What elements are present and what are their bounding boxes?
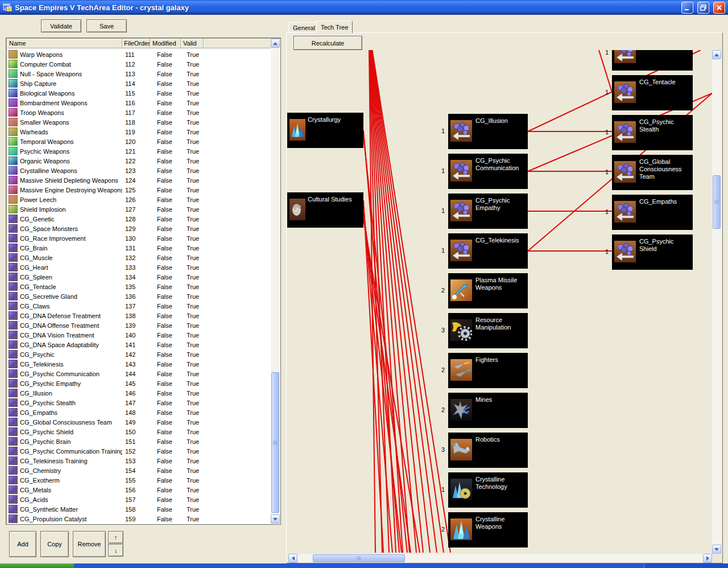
list-vscrollbar[interactable] [271,39,280,524]
tree-canvas[interactable]: CrystallurgyCultural StudiesCG_Illusion1… [287,50,712,553]
tech-node[interactable]: Plasma Missile Weapons [448,273,528,308]
move-down-button[interactable]: ↓ [108,544,123,557]
table-row[interactable]: CG_Psychic Communication Training152Fals… [7,446,271,456]
table-row[interactable]: CG_Exotherm155FalseTrue [7,475,271,485]
table-row[interactable]: Power Leech126FalseTrue [7,195,271,204]
table-row[interactable]: CG_Propulsion Catalyst159FalseTrue [7,514,271,524]
tech-node[interactable]: Crystalline Weapons [448,512,528,548]
table-row[interactable]: CG_Tentacle135FalseTrue [7,282,271,291]
table-row[interactable]: Troop Weapons117FalseTrue [7,108,271,117]
table-row[interactable]: CG_Telekinesis Training153FalseTrue [7,456,271,466]
table-row[interactable]: Computer Combat112FalseTrue [7,59,271,69]
remove-button[interactable]: Remove [73,531,106,557]
table-row[interactable]: CG_DNA Space Adaptability141FalseTrue [7,340,271,349]
table-row[interactable]: CG_Psychic Stealth147FalseTrue [7,398,271,408]
tech-node[interactable]: Crystallurgy [287,113,363,148]
table-row[interactable]: Massive Engine Destroying Weapons125Fals… [7,185,271,195]
tech-node[interactable]: CG_Psychic Empathy [448,194,528,229]
table-row[interactable]: CG_DNA Vision Treatment140FalseTrue [7,330,271,340]
table-row[interactable]: CG_DNA Defense Treatment138FalseTrue [7,311,271,320]
table-row[interactable]: Organic Weapons122FalseTrue [7,156,271,166]
table-row[interactable]: CG_DNA Offense Treatment139FalseTrue [7,320,271,330]
table-row[interactable]: CG_Spleen134FalseTrue [7,272,271,282]
table-row[interactable]: CG_Illusion146FalseTrue [7,388,271,398]
table-row[interactable]: CG_Chemistry154FalseTrue [7,466,271,475]
save-button[interactable]: Save [86,19,127,32]
table-row[interactable]: CG_Empaths148FalseTrue [7,408,271,417]
table-row[interactable]: CG_Psychic Brain151FalseTrue [7,437,271,446]
table-row[interactable]: CG_Psychic Shield150FalseTrue [7,427,271,437]
scroll-down-icon[interactable] [712,545,721,554]
table-row[interactable]: Warp Weapons111FalseTrue [7,50,271,59]
add-button[interactable]: Add [9,531,36,557]
tech-node[interactable]: Cultural Studies [287,192,363,228]
scroll-left-icon[interactable] [288,554,297,563]
table-row[interactable]: CG_Metals156FalseTrue [7,485,271,495]
scroll-down-icon[interactable] [271,515,280,524]
close-button[interactable] [713,2,725,14]
tech-node[interactable]: CG_Global Consciousness Team [612,155,693,190]
table-row[interactable]: CG_Psychic142FalseTrue [7,349,271,359]
tech-node[interactable]: CG_Illusion [448,114,528,149]
table-row[interactable]: Psychic Weapons121FalseTrue [7,146,271,156]
scroll-right-icon[interactable] [703,554,712,563]
table-row[interactable]: CG_Psychic Communication144FalseTrue [7,369,271,378]
restore-button[interactable] [697,2,709,14]
tech-node[interactable]: Resource Manipulation [448,313,528,348]
table-row[interactable]: CG_Heart133FalseTrue [7,262,271,272]
scroll-up-icon[interactable] [712,50,721,59]
table-row[interactable]: CG_Secretive Gland136FalseTrue [7,291,271,301]
tab-tech-tree[interactable]: Tech Tree [316,20,353,33]
table-row[interactable]: Bombardment Weapons116FalseTrue [7,98,271,108]
table-row[interactable]: CG_Global Consciousness Team149FalseTrue [7,417,271,427]
table-row[interactable]: CG_Psychic Empathy145FalseTrue [7,378,271,388]
tree-hscroll-thumb[interactable] [313,554,405,562]
move-up-button[interactable]: ↑ [108,531,123,544]
table-row[interactable]: CG_Muscle132FalseTrue [7,253,271,262]
recalculate-button[interactable]: Recalculate [293,36,362,50]
table-row[interactable]: CG_Space Monsters129FalseTrue [7,224,271,233]
table-row[interactable]: CG_Brain131FalseTrue [7,243,271,253]
start-button[interactable] [0,563,74,568]
tech-node[interactable]: CG_Psychic Shield [612,234,693,270]
table-row[interactable]: CG_Genetic128FalseTrue [7,214,271,224]
table-row[interactable]: Smaller Weapons118FalseTrue [7,117,271,127]
column-header-fileorder[interactable]: FileOrder [122,39,150,48]
tree-vscrollbar[interactable] [712,50,722,554]
tech-node[interactable]: Fighters [448,353,528,388]
table-row[interactable]: Ship Capture114FalseTrue [7,79,271,88]
tech-node[interactable]: Crystalline Technology [448,472,528,508]
tech-node[interactable]: Mines [448,393,528,428]
column-header-modified[interactable]: Modified [150,39,181,48]
table-row[interactable]: CG_Acids157FalseTrue [7,495,271,504]
table-row[interactable]: Massive Shield Depleting Weapons124False… [7,175,271,185]
tree-hscrollbar[interactable] [288,554,712,563]
column-header-valid[interactable]: Valid [181,39,204,48]
tech-node[interactable]: CG_Psychic Stealth [612,115,693,150]
tech-node[interactable]: CG_Tentacle [612,75,693,110]
tree-vscroll-thumb[interactable] [713,175,721,229]
table-row[interactable]: Biological Weapons115FalseTrue [7,88,271,98]
table-row[interactable]: Temporal Weapons120FalseTrue [7,137,271,146]
tech-node[interactable]: CG_Empaths [612,195,693,230]
list-vscroll-thumb[interactable] [271,372,279,513]
table-row[interactable]: Shield Implosion127FalseTrue [7,204,271,214]
table-row[interactable]: CG_Claws137FalseTrue [7,301,271,311]
table-row[interactable]: CG_Race Improvement130FalseTrue [7,233,271,243]
table-row[interactable]: Warheads119FalseTrue [7,127,271,137]
validate-button[interactable]: Validate [41,19,81,32]
tech-node[interactable]: CG_Telekinesis [448,233,528,269]
table-row[interactable]: Crystalline Weapons123FalseTrue [7,166,271,175]
tech-node[interactable] [612,50,693,71]
tech-node[interactable]: Robotics [448,433,528,468]
table-row[interactable]: CG_Telekinesis143FalseTrue [7,359,271,369]
column-header-name[interactable]: Name [7,39,122,48]
table-row[interactable]: CG_Synthetic Matter158FalseTrue [7,504,271,514]
minimize-button[interactable] [681,2,693,14]
tech-node[interactable]: CG_Psychic Communication [448,154,528,189]
cell: False [150,429,181,435]
scroll-up-icon[interactable] [271,39,280,48]
tab-general[interactable]: General [288,22,320,33]
copy-button[interactable]: Copy [40,531,69,557]
table-row[interactable]: Null - Space Weapons113FalseTrue [7,69,271,79]
